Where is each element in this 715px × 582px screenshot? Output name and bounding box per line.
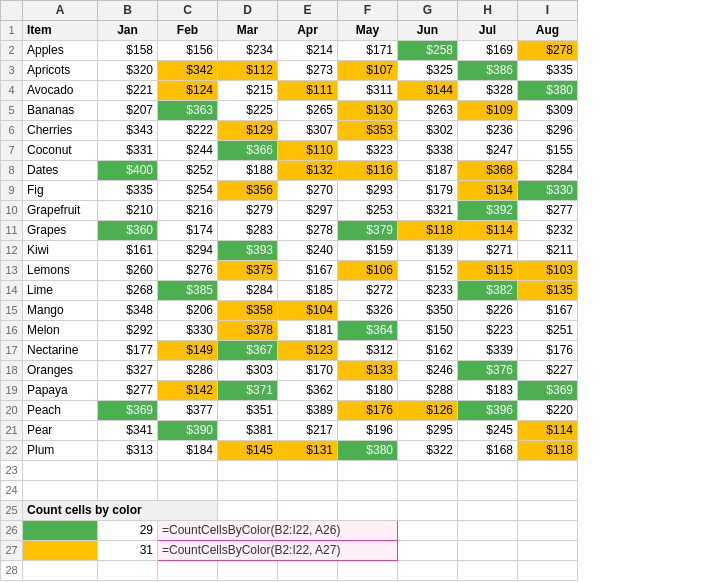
table-row[interactable]: 13Lemons$260$276$375$167$106$152$115$103 (1, 261, 578, 281)
cell-jan[interactable]: $277 (98, 381, 158, 401)
table-row[interactable]: 7Coconut$331$244$366$110$323$338$247$155 (1, 141, 578, 161)
cell-may[interactable]: $311 (338, 81, 398, 101)
cell-feb[interactable]: $244 (158, 141, 218, 161)
cell-jan[interactable]: $292 (98, 321, 158, 341)
table-row[interactable]: 3Apricots$320$342$112$273$107$325$386$33… (1, 61, 578, 81)
cell-item[interactable]: Nectarine (23, 341, 98, 361)
cell-mar[interactable]: $367 (218, 341, 278, 361)
cell-aug[interactable]: $114 (518, 421, 578, 441)
cell-apr[interactable]: $110 (278, 141, 338, 161)
cell-jul[interactable]: $236 (458, 121, 518, 141)
cell-item[interactable]: Pear (23, 421, 98, 441)
cell-jan[interactable]: $320 (98, 61, 158, 81)
cell-apr[interactable]: $307 (278, 121, 338, 141)
cell-aug[interactable]: $380 (518, 81, 578, 101)
cell-feb[interactable]: $216 (158, 201, 218, 221)
cell-feb[interactable]: $156 (158, 41, 218, 61)
cell-jan[interactable]: $348 (98, 301, 158, 321)
cell-mar[interactable]: $145 (218, 441, 278, 461)
cell-jan[interactable]: $313 (98, 441, 158, 461)
cell-feb[interactable]: $252 (158, 161, 218, 181)
cell-mar[interactable]: $375 (218, 261, 278, 281)
cell-mar[interactable]: $371 (218, 381, 278, 401)
cell-apr[interactable]: $265 (278, 101, 338, 121)
cell-jun[interactable]: $338 (398, 141, 458, 161)
cell-jan[interactable]: $177 (98, 341, 158, 361)
col-header-e[interactable]: E (278, 1, 338, 21)
cell-jul[interactable]: $115 (458, 261, 518, 281)
cell-feb[interactable]: $385 (158, 281, 218, 301)
col-header-i[interactable]: I (518, 1, 578, 21)
table-row[interactable]: 5Bananas$207$363$225$265$130$263$109$309 (1, 101, 578, 121)
table-row[interactable]: 18Oranges$327$286$303$170$133$246$376$22… (1, 361, 578, 381)
cell-jul[interactable]: $134 (458, 181, 518, 201)
cell-aug[interactable]: $330 (518, 181, 578, 201)
col-header-a[interactable]: A (23, 1, 98, 21)
cell-jan[interactable]: $331 (98, 141, 158, 161)
cell-jul[interactable]: $339 (458, 341, 518, 361)
cell-aug[interactable]: $155 (518, 141, 578, 161)
cell-aug[interactable]: $211 (518, 241, 578, 261)
cell-may[interactable]: $353 (338, 121, 398, 141)
cell-jun[interactable]: $263 (398, 101, 458, 121)
cell-jul[interactable]: $223 (458, 321, 518, 341)
cell-jul[interactable]: $392 (458, 201, 518, 221)
cell-jul[interactable]: $245 (458, 421, 518, 441)
cell-mar[interactable]: $284 (218, 281, 278, 301)
cell-jun[interactable]: $126 (398, 401, 458, 421)
cell-may[interactable]: $272 (338, 281, 398, 301)
table-row[interactable]: 8Dates$400$252$188$132$116$187$368$284 (1, 161, 578, 181)
cell-jun[interactable]: $118 (398, 221, 458, 241)
cell-jul[interactable]: $168 (458, 441, 518, 461)
cell-apr[interactable]: $273 (278, 61, 338, 81)
cell-jan[interactable]: $221 (98, 81, 158, 101)
cell-jun[interactable]: $258 (398, 41, 458, 61)
cell-mar[interactable]: $303 (218, 361, 278, 381)
cell-feb[interactable]: $124 (158, 81, 218, 101)
cell-item[interactable]: Grapefruit (23, 201, 98, 221)
cell-jun[interactable]: $321 (398, 201, 458, 221)
cell-jul[interactable]: $109 (458, 101, 518, 121)
cell-jun[interactable]: $302 (398, 121, 458, 141)
cell-mar[interactable]: $366 (218, 141, 278, 161)
cell-jan[interactable]: $400 (98, 161, 158, 181)
cell-item[interactable]: Dates (23, 161, 98, 181)
cell-mar[interactable]: $112 (218, 61, 278, 81)
cell-jan[interactable]: $158 (98, 41, 158, 61)
cell-may[interactable]: $116 (338, 161, 398, 181)
cell-apr[interactable]: $362 (278, 381, 338, 401)
cell-item[interactable]: Grapes (23, 221, 98, 241)
table-row[interactable]: 11Grapes$360$174$283$278$379$118$114$232 (1, 221, 578, 241)
cell-jan[interactable]: $335 (98, 181, 158, 201)
cell-mar[interactable]: $381 (218, 421, 278, 441)
cell-jan[interactable]: $327 (98, 361, 158, 381)
cell-mar[interactable]: $283 (218, 221, 278, 241)
table-row[interactable]: 16Melon$292$330$378$181$364$150$223$251 (1, 321, 578, 341)
cell-feb[interactable]: $184 (158, 441, 218, 461)
cell-may[interactable]: $159 (338, 241, 398, 261)
cell-jul[interactable]: $169 (458, 41, 518, 61)
cell-feb[interactable]: $330 (158, 321, 218, 341)
cell-jul[interactable]: $396 (458, 401, 518, 421)
cell-item[interactable]: Plum (23, 441, 98, 461)
cell-aug[interactable]: $277 (518, 201, 578, 221)
cell-mar[interactable]: $129 (218, 121, 278, 141)
cell-feb[interactable]: $342 (158, 61, 218, 81)
cell-may[interactable]: $106 (338, 261, 398, 281)
cell-feb[interactable]: $206 (158, 301, 218, 321)
cell-jul[interactable]: $183 (458, 381, 518, 401)
cell-feb[interactable]: $377 (158, 401, 218, 421)
table-row[interactable]: 4Avocado$221$124$215$111$311$144$328$380 (1, 81, 578, 101)
cell-item[interactable]: Melon (23, 321, 98, 341)
cell-jul[interactable]: $376 (458, 361, 518, 381)
cell-apr[interactable]: $123 (278, 341, 338, 361)
cell-item[interactable]: Mango (23, 301, 98, 321)
cell-apr[interactable]: $389 (278, 401, 338, 421)
cell-mar[interactable]: $393 (218, 241, 278, 261)
cell-jan[interactable]: $343 (98, 121, 158, 141)
cell-item[interactable]: Lemons (23, 261, 98, 281)
cell-mar[interactable]: $358 (218, 301, 278, 321)
cell-jul[interactable]: $114 (458, 221, 518, 241)
cell-feb[interactable]: $286 (158, 361, 218, 381)
cell-apr[interactable]: $270 (278, 181, 338, 201)
